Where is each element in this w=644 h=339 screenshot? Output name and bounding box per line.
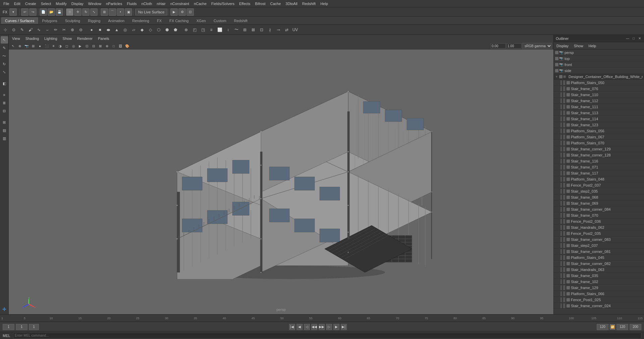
vp-huds-btn[interactable]: ⊟ <box>91 43 97 49</box>
outliner-item[interactable]: Stair_frame_corner_128 <box>554 152 644 158</box>
vp-shaded-btn[interactable]: ● <box>37 43 43 49</box>
gamma-input[interactable] <box>506 43 522 49</box>
move-tool-btn[interactable]: ✛ <box>74 8 82 16</box>
scale-mode-btn[interactable]: ⤡ <box>1 68 8 76</box>
vp-gate-btn[interactable]: ⊡ <box>84 43 90 49</box>
outliner-close-btn[interactable]: ✕ <box>637 36 642 41</box>
vp-light-btn[interactable]: ☀ <box>50 43 56 49</box>
poly-mode-btn[interactable]: ◧ <box>1 80 8 87</box>
outliner-item[interactable]: Stair_frame_071 <box>554 164 644 170</box>
select-mode-btn[interactable]: ↖ <box>1 36 8 44</box>
outliner-item[interactable]: Platform_Stairs_067 <box>554 134 644 140</box>
outliner-menu-show[interactable]: Show <box>573 43 585 49</box>
outliner-camera-persp[interactable]: 📷 persp <box>554 50 644 56</box>
outliner-item[interactable]: Stair_frame_corner_024 <box>554 303 644 309</box>
outliner-item[interactable]: Platform_Stairs_066 <box>554 291 644 297</box>
menu-ncloth[interactable]: nCloth <box>140 1 154 6</box>
rotate-tool-btn[interactable]: ↻ <box>82 8 90 16</box>
rotate-mode-btn[interactable]: ↻ <box>1 60 8 68</box>
outliner-item[interactable]: Platform_Stairs_050 <box>554 80 644 86</box>
outliner-item[interactable]: Fence_Post2_035 <box>554 230 644 236</box>
menu-cache[interactable]: Cache <box>268 1 283 6</box>
display-layers3-btn[interactable]: ⊟ <box>1 107 8 115</box>
new-scene-btn[interactable]: 📄 <box>40 8 47 16</box>
outliner-item[interactable]: Platform_Stairs_070 <box>554 140 644 146</box>
vp-isolate-btn[interactable]: ◎ <box>70 43 76 49</box>
outliner-item[interactable]: Stair_frame_corner_084 <box>554 206 644 212</box>
tab-custom[interactable]: Custom <box>210 17 230 24</box>
select-tool-btn[interactable]: ⊹ <box>66 8 73 16</box>
cone-icon[interactable]: ▲ <box>113 26 121 34</box>
menu-fluids[interactable]: Fluids <box>125 1 139 6</box>
fill-icon[interactable]: ⬜ <box>216 26 224 34</box>
outliner-item[interactable]: Stair_frame_114 <box>554 116 644 122</box>
tab-xgen[interactable]: XGen <box>193 17 210 24</box>
no-live-surface-btn[interactable]: No Live Surface <box>135 9 167 15</box>
outliner-minimize-btn[interactable]: — <box>625 36 630 41</box>
cube-icon[interactable]: ■ <box>96 26 104 34</box>
vp-texture-btn[interactable]: ⬛ <box>44 43 50 49</box>
wrap-icon[interactable]: ⊠ <box>249 26 257 34</box>
uv-icon[interactable]: UV <box>291 26 299 34</box>
crease-icon[interactable]: ∤ <box>266 26 274 34</box>
outliner-item[interactable]: Stair_Handrails_062 <box>554 224 644 230</box>
lattice-icon[interactable]: ⊞ <box>241 26 249 34</box>
curve2-icon[interactable]: ⌣ <box>43 26 51 34</box>
edit-icon[interactable]: ✏ <box>52 26 60 34</box>
loop-btn[interactable]: 🔁 <box>610 324 615 330</box>
end-frame-input1[interactable] <box>597 324 608 330</box>
prev-key-btn[interactable]: ◁ <box>304 324 310 330</box>
prev-frame-btn[interactable]: ◀ <box>297 324 303 330</box>
timeline[interactable]: 1 5 10 15 20 25 30 35 40 45 50 55 60 65 … <box>0 314 644 322</box>
bridge-icon[interactable]: ≡ <box>207 26 215 34</box>
color-space-select[interactable]: sRGB gamma <box>522 43 552 49</box>
paint-select-icon[interactable]: ✎ <box>18 26 26 34</box>
outliner-item[interactable]: Stair_frame_035 <box>554 273 644 279</box>
menu-nconstraint[interactable]: nConstraint <box>168 1 191 6</box>
menu-bifrost[interactable]: Bifrost <box>253 1 267 6</box>
outliner-item[interactable]: Platform_Stairs_045 <box>554 255 644 261</box>
outliner-menu-help[interactable]: Help <box>587 43 598 49</box>
outliner-camera-side[interactable]: 📷 side <box>554 68 644 74</box>
grid-toggle-btn[interactable]: ⊞ <box>1 119 8 126</box>
tab-sculpting[interactable]: Sculpting <box>61 17 84 24</box>
tab-animation[interactable]: Animation <box>104 17 128 24</box>
symmetry-icon[interactable]: ⊡ <box>258 26 266 34</box>
extrude-icon[interactable]: ◳ <box>199 26 207 34</box>
outliner-item[interactable]: Stair_frame_111 <box>554 104 644 110</box>
snap-curve-btn[interactable]: ⌒ <box>109 8 116 16</box>
transfer-icon[interactable]: ⇄ <box>283 26 291 34</box>
display-layers-btn[interactable]: ≡ <box>1 91 8 98</box>
sculpt-mode-btn[interactable]: 〜 <box>1 52 8 60</box>
save-scene-btn[interactable]: 💾 <box>56 8 63 16</box>
outliner-item[interactable]: Stair_frame_117 <box>554 170 644 176</box>
outliner-item[interactable]: Stair_frame_110 <box>554 92 644 98</box>
vp-selection-btn[interactable]: □ <box>111 43 117 49</box>
outliner-menu-display[interactable]: Display <box>555 43 570 49</box>
outliner-item[interactable]: Stair_step2_035 <box>554 188 644 194</box>
mesh-icon[interactable]: ⬢ <box>163 26 171 34</box>
vp-camera-btn[interactable]: 📷 <box>23 43 30 49</box>
reverse-icon[interactable]: ↕ <box>224 26 232 34</box>
attribute-editor-btn[interactable]: ▥ <box>1 135 8 142</box>
vp-playblast-btn[interactable]: ▶ <box>77 43 83 49</box>
menu-file[interactable]: File <box>1 1 11 6</box>
sphere-icon[interactable]: ● <box>88 26 96 34</box>
viewport-menu-show[interactable]: Show <box>61 36 73 41</box>
menu-3dtoall[interactable]: 3DtoAll <box>283 1 299 6</box>
viewport-menu-shading[interactable]: Shading <box>24 36 40 41</box>
deform-icon[interactable]: ⬟ <box>171 26 179 34</box>
surface-icon[interactable]: ⬡ <box>155 26 163 34</box>
outliner-item[interactable]: Stair_frame_076 <box>554 86 644 92</box>
attach-icon[interactable]: ⊕ <box>68 26 76 34</box>
vp-snap-btn[interactable]: ⊕ <box>17 43 23 49</box>
current-frame-input[interactable] <box>16 324 28 330</box>
display-layers2-btn[interactable]: ≣ <box>1 99 8 107</box>
next-key-btn[interactable]: ▷ <box>326 324 332 330</box>
menu-display[interactable]: Display <box>69 1 86 6</box>
outliner-camera-top[interactable]: 📷 top <box>554 56 644 62</box>
outliner-item[interactable]: Stair_frame_112 <box>554 98 644 104</box>
vp-pivot-btn[interactable]: ⊕ <box>104 43 110 49</box>
outliner-camera-front[interactable]: 📷 front <box>554 62 644 68</box>
render-region-btn[interactable]: ⊡ <box>186 8 194 16</box>
